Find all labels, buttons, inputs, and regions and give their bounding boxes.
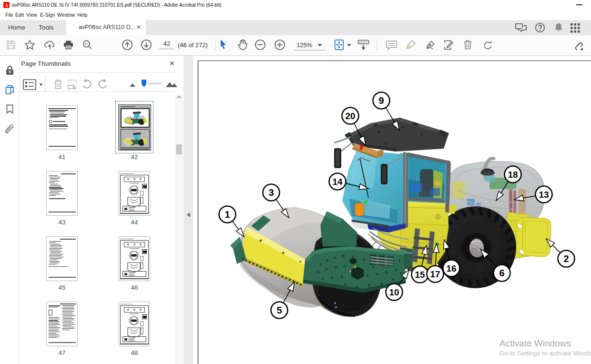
svg-text:1: 1 xyxy=(224,209,230,220)
svg-text:13: 13 xyxy=(539,190,549,200)
svg-text:16: 16 xyxy=(446,263,456,273)
svg-text:20: 20 xyxy=(345,111,355,121)
svg-text:10: 10 xyxy=(389,287,399,297)
svg-text:2: 2 xyxy=(563,253,569,264)
svg-text:6: 6 xyxy=(499,268,504,278)
svg-text:17: 17 xyxy=(430,269,440,279)
svg-text:14: 14 xyxy=(332,177,343,187)
svg-text:15: 15 xyxy=(415,270,425,280)
svg-text:3: 3 xyxy=(268,187,274,198)
svg-text:18: 18 xyxy=(508,170,518,180)
svg-text:9: 9 xyxy=(378,95,384,106)
svg-text:5: 5 xyxy=(276,305,282,315)
